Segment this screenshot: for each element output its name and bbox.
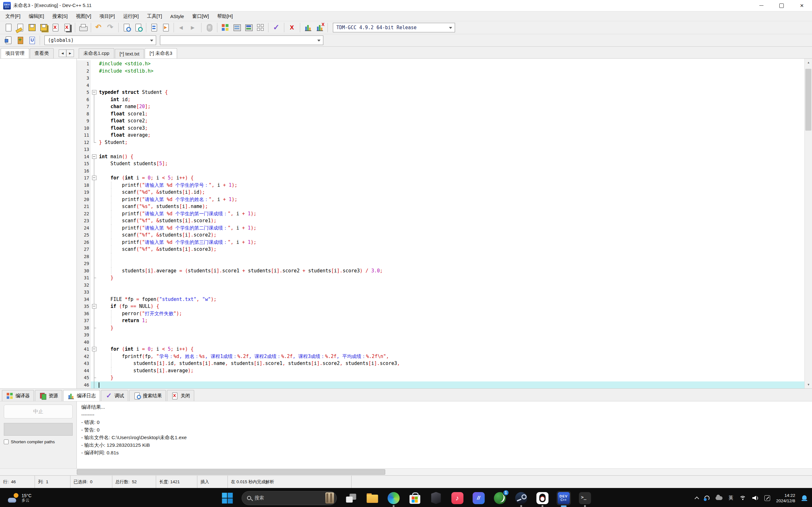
fold-margin <box>91 231 98 239</box>
project-options-button[interactable] <box>243 22 254 33</box>
compile-button[interactable] <box>270 22 282 33</box>
capcut-button[interactable] <box>471 491 486 505</box>
replace-button[interactable] <box>148 22 160 33</box>
tray-sync-icon[interactable] <box>704 496 710 501</box>
weather-widget[interactable]: 15°C 多云 <box>8 493 32 504</box>
menu-tools[interactable]: 工具[T] <box>143 11 166 21</box>
code-text: } <box>98 374 804 382</box>
abort-compile-button[interactable]: 中止 <box>4 405 73 418</box>
menu-edit[interactable]: 编辑[E] <box>25 11 48 21</box>
fold-margin <box>91 339 98 346</box>
fold-toggle-icon[interactable] <box>91 174 98 182</box>
start-button[interactable] <box>220 491 234 505</box>
taskbar-search[interactable]: 搜索 <box>242 491 337 505</box>
tab-compile-log[interactable]: 编译日志 <box>63 390 100 401</box>
tab-unnamed3[interactable]: [*] 未命名3 <box>145 48 177 58</box>
shorten-paths-checkbox[interactable] <box>4 440 9 444</box>
search-again-button[interactable] <box>132 22 144 33</box>
maximize-button[interactable] <box>771 0 792 11</box>
bookmark-button[interactable] <box>26 35 38 46</box>
compiler-select[interactable]: TDM-GCC 4.9.2 64-bit Release <box>333 23 455 32</box>
horizontal-scrollbar-thumb[interactable] <box>77 469 385 475</box>
back-button[interactable] <box>176 22 188 33</box>
new-file-button[interactable] <box>3 22 14 33</box>
tab-compiler[interactable]: 编译器 <box>2 390 34 401</box>
globals-select[interactable]: (globals) <box>44 36 156 45</box>
scrollbar-thumb[interactable] <box>805 69 811 131</box>
fold-toggle-icon[interactable] <box>91 153 98 160</box>
abort-button[interactable] <box>203 22 215 33</box>
store-button[interactable] <box>408 491 422 505</box>
menu-astyle[interactable]: AStyle <box>166 11 188 21</box>
open-file-button[interactable] <box>14 22 26 33</box>
menu-help[interactable]: 帮助[H] <box>213 11 237 21</box>
tab-class-browser[interactable]: 查看类 <box>30 48 54 58</box>
goto-declaration-button[interactable] <box>3 35 14 46</box>
find-button[interactable] <box>120 22 132 33</box>
delete-profile-button[interactable] <box>314 22 325 33</box>
file-explorer-button[interactable] <box>365 491 379 505</box>
pen-tablet-icon[interactable] <box>764 495 770 501</box>
dev-cpp-button[interactable] <box>557 491 570 505</box>
fold-toggle-icon[interactable] <box>91 303 98 310</box>
ime-indicator[interactable]: 英 <box>728 495 733 501</box>
save-button[interactable] <box>26 22 38 33</box>
menu-view[interactable]: 视图[V] <box>72 11 95 21</box>
tab-unnamed1-cpp[interactable]: 未命名1.cpp <box>79 48 114 58</box>
menu-window[interactable]: 窗口[W] <box>188 11 213 21</box>
stop-execution-button[interactable] <box>286 22 298 33</box>
horizontal-scrollbar[interactable] <box>0 468 812 475</box>
music-button[interactable] <box>450 491 464 505</box>
close-button[interactable] <box>792 0 812 11</box>
fold-toggle-icon[interactable] <box>91 89 98 96</box>
epic-games-button[interactable] <box>429 491 443 505</box>
close-file-button[interactable] <box>50 22 61 33</box>
vertical-scrollbar[interactable]: ▲ ▼ <box>804 59 812 388</box>
tab-close[interactable]: 关闭 <box>167 390 194 401</box>
edge-button[interactable] <box>387 491 400 505</box>
scroll-tabs-left-icon[interactable]: ◀ <box>59 50 66 57</box>
code-text: } <box>98 274 804 282</box>
scroll-down-icon[interactable]: ▼ <box>805 381 812 388</box>
tray-cloud-icon[interactable] <box>716 496 722 500</box>
insert-button[interactable] <box>14 35 26 46</box>
menu-file[interactable]: 文件[F] <box>1 11 25 21</box>
print-button[interactable] <box>77 22 89 33</box>
wifi-icon[interactable] <box>739 496 746 501</box>
qq-button[interactable] <box>535 491 549 505</box>
window-layout-button[interactable] <box>254 22 266 33</box>
profile-button[interactable] <box>302 22 314 33</box>
new-project-button[interactable] <box>219 22 231 33</box>
tray-chevron-icon[interactable] <box>695 497 699 501</box>
redo-button[interactable] <box>105 22 116 33</box>
tab-search-results[interactable]: 搜索结果 <box>129 390 166 401</box>
tab-project-manager[interactable]: 项目管理 <box>1 48 29 58</box>
menu-project[interactable]: 项目[P] <box>96 11 119 21</box>
notification-bell-icon[interactable] <box>801 495 808 501</box>
menu-search[interactable]: 搜索[S] <box>48 11 72 21</box>
steam-button[interactable] <box>514 491 528 505</box>
scroll-up-icon[interactable]: ▲ <box>805 59 812 66</box>
tab-resources[interactable]: 资源 <box>35 390 62 401</box>
terminal-button[interactable] <box>578 491 592 505</box>
minimize-button[interactable] <box>751 0 771 11</box>
scroll-tabs-right-icon[interactable]: ▶ <box>66 50 74 57</box>
forward-button[interactable] <box>188 22 199 33</box>
volume-icon[interactable] <box>752 496 758 501</box>
tray-clock[interactable]: 14:22 2024/12/8 <box>776 493 795 504</box>
goto-line-button[interactable] <box>160 22 172 33</box>
close-all-button[interactable] <box>61 22 73 33</box>
task-view-button[interactable] <box>344 491 358 505</box>
menu-execute[interactable]: 运行[R] <box>119 11 143 21</box>
open-project-button[interactable] <box>231 22 243 33</box>
undo-button[interactable] <box>93 22 105 33</box>
code-editor[interactable]: 1#include <stdio.h>2#include <stdlib.h>3… <box>77 59 812 388</box>
project-panel[interactable] <box>0 59 77 388</box>
tab-text-txt[interactable]: [*] text.txt <box>115 49 144 58</box>
members-select[interactable] <box>160 36 323 45</box>
toolbar-separator <box>40 36 40 45</box>
fold-toggle-icon[interactable] <box>91 346 98 353</box>
tab-debug[interactable]: 调试 <box>101 390 128 401</box>
xbox-button[interactable]: 1 <box>493 491 507 505</box>
save-all-button[interactable] <box>38 22 50 33</box>
